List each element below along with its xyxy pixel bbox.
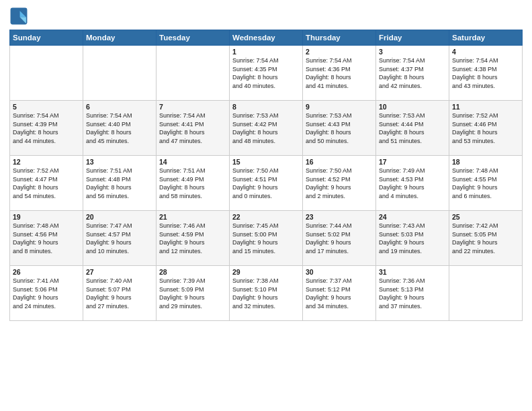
day-number: 4 [452,48,519,56]
calendar-week-row: 12Sunrise: 7:52 AM Sunset: 4:47 PM Dayli… [10,156,523,211]
day-info: Sunrise: 7:47 AM Sunset: 4:57 PM Dayligh… [86,222,153,255]
day-number: 25 [452,213,519,221]
day-number: 27 [86,268,153,276]
calendar-cell: 23Sunrise: 7:44 AM Sunset: 5:02 PM Dayli… [303,211,376,266]
day-info: Sunrise: 7:54 AM Sunset: 4:37 PM Dayligh… [379,56,446,90]
calendar-cell: 18Sunrise: 7:48 AM Sunset: 4:55 PM Dayli… [449,156,523,211]
calendar-cell [10,46,83,101]
calendar-cell: 12Sunrise: 7:52 AM Sunset: 4:47 PM Dayli… [10,156,83,211]
day-info: Sunrise: 7:50 AM Sunset: 4:51 PM Dayligh… [232,167,300,200]
calendar-week-row: 5Sunrise: 7:54 AM Sunset: 4:39 PM Daylig… [10,101,523,156]
calendar-cell: 21Sunrise: 7:46 AM Sunset: 4:59 PM Dayli… [157,211,230,266]
calendar-cell: 29Sunrise: 7:38 AM Sunset: 5:10 PM Dayli… [230,266,303,321]
calendar-week-row: 26Sunrise: 7:41 AM Sunset: 5:06 PM Dayli… [10,266,523,321]
day-info: Sunrise: 7:40 AM Sunset: 5:07 PM Dayligh… [86,277,153,310]
day-number: 14 [159,158,226,166]
day-number: 2 [306,48,373,56]
day-info: Sunrise: 7:54 AM Sunset: 4:40 PM Dayligh… [86,111,153,145]
calendar-cell: 5Sunrise: 7:54 AM Sunset: 4:39 PM Daylig… [10,101,83,156]
day-number: 30 [306,268,373,276]
day-number: 13 [86,158,153,166]
calendar-cell: 10Sunrise: 7:53 AM Sunset: 4:44 PM Dayli… [376,101,449,156]
day-info: Sunrise: 7:51 AM Sunset: 4:49 PM Dayligh… [159,167,226,200]
calendar-cell: 9Sunrise: 7:53 AM Sunset: 4:43 PM Daylig… [303,101,376,156]
calendar-cell: 7Sunrise: 7:54 AM Sunset: 4:41 PM Daylig… [157,101,230,156]
day-number: 5 [13,103,80,111]
day-info: Sunrise: 7:54 AM Sunset: 4:36 PM Dayligh… [306,56,373,90]
day-info: Sunrise: 7:44 AM Sunset: 5:02 PM Dayligh… [306,222,373,255]
calendar-cell [449,266,523,321]
header [9,7,523,26]
day-number: 22 [232,213,300,221]
calendar-cell: 2Sunrise: 7:54 AM Sunset: 4:36 PM Daylig… [303,46,376,101]
calendar-week-row: 19Sunrise: 7:48 AM Sunset: 4:56 PM Dayli… [10,211,523,266]
calendar-cell: 15Sunrise: 7:50 AM Sunset: 4:51 PM Dayli… [230,156,303,211]
calendar-cell: 11Sunrise: 7:52 AM Sunset: 4:46 PM Dayli… [449,101,523,156]
day-info: Sunrise: 7:53 AM Sunset: 4:44 PM Dayligh… [379,111,446,145]
day-number: 20 [86,213,153,221]
day-number: 28 [159,268,226,276]
calendar-cell: 8Sunrise: 7:53 AM Sunset: 4:42 PM Daylig… [230,101,303,156]
day-info: Sunrise: 7:37 AM Sunset: 5:12 PM Dayligh… [306,277,373,310]
calendar-header-row: SundayMondayTuesdayWednesdayThursdayFrid… [10,30,523,46]
day-number: 21 [159,213,226,221]
calendar-cell: 17Sunrise: 7:49 AM Sunset: 4:53 PM Dayli… [376,156,449,211]
calendar-week-row: 1Sunrise: 7:54 AM Sunset: 4:35 PM Daylig… [10,46,523,101]
day-number: 7 [159,103,226,111]
calendar-cell: 25Sunrise: 7:42 AM Sunset: 5:05 PM Dayli… [449,211,523,266]
calendar-day-header: Friday [376,30,449,46]
day-number: 23 [306,213,373,221]
day-info: Sunrise: 7:51 AM Sunset: 4:48 PM Dayligh… [86,167,153,200]
day-info: Sunrise: 7:42 AM Sunset: 5:05 PM Dayligh… [452,222,519,255]
day-info: Sunrise: 7:36 AM Sunset: 5:13 PM Dayligh… [379,277,446,310]
day-info: Sunrise: 7:54 AM Sunset: 4:35 PM Dayligh… [232,56,300,90]
page: SundayMondayTuesdayWednesdayThursdayFrid… [0,0,532,411]
day-info: Sunrise: 7:54 AM Sunset: 4:38 PM Dayligh… [452,56,519,90]
day-number: 26 [13,268,80,276]
day-info: Sunrise: 7:52 AM Sunset: 4:47 PM Dayligh… [13,167,80,200]
day-number: 16 [306,158,373,166]
calendar-cell: 1Sunrise: 7:54 AM Sunset: 4:35 PM Daylig… [230,46,303,101]
day-number: 11 [452,103,519,111]
day-number: 6 [86,103,153,111]
day-number: 8 [232,103,300,111]
calendar-day-header: Saturday [449,30,523,46]
day-number: 24 [379,213,446,221]
calendar-cell: 14Sunrise: 7:51 AM Sunset: 4:49 PM Dayli… [157,156,230,211]
calendar-day-header: Monday [83,30,157,46]
day-info: Sunrise: 7:48 AM Sunset: 4:55 PM Dayligh… [452,167,519,200]
calendar-cell: 31Sunrise: 7:36 AM Sunset: 5:13 PM Dayli… [376,266,449,321]
calendar-day-header: Wednesday [230,30,303,46]
day-info: Sunrise: 7:50 AM Sunset: 4:52 PM Dayligh… [306,167,373,200]
day-info: Sunrise: 7:39 AM Sunset: 5:09 PM Dayligh… [159,277,226,310]
day-info: Sunrise: 7:52 AM Sunset: 4:46 PM Dayligh… [452,111,519,145]
day-info: Sunrise: 7:43 AM Sunset: 5:03 PM Dayligh… [379,222,446,255]
day-number: 17 [379,158,446,166]
calendar-cell: 26Sunrise: 7:41 AM Sunset: 5:06 PM Dayli… [10,266,83,321]
calendar-cell: 28Sunrise: 7:39 AM Sunset: 5:09 PM Dayli… [157,266,230,321]
logo [9,7,31,26]
day-info: Sunrise: 7:38 AM Sunset: 5:10 PM Dayligh… [232,277,300,310]
day-number: 3 [379,48,446,56]
calendar-day-header: Tuesday [157,30,230,46]
calendar-cell: 6Sunrise: 7:54 AM Sunset: 4:40 PM Daylig… [83,101,157,156]
day-number: 18 [452,158,519,166]
day-info: Sunrise: 7:45 AM Sunset: 5:00 PM Dayligh… [232,222,300,255]
day-info: Sunrise: 7:53 AM Sunset: 4:43 PM Dayligh… [306,111,373,145]
day-number: 29 [232,268,300,276]
calendar-cell: 3Sunrise: 7:54 AM Sunset: 4:37 PM Daylig… [376,46,449,101]
day-number: 31 [379,268,446,276]
day-info: Sunrise: 7:41 AM Sunset: 5:06 PM Dayligh… [13,277,80,310]
logo-icon [9,7,28,26]
calendar-cell: 19Sunrise: 7:48 AM Sunset: 4:56 PM Dayli… [10,211,83,266]
day-info: Sunrise: 7:54 AM Sunset: 4:39 PM Dayligh… [13,111,80,145]
calendar-cell: 4Sunrise: 7:54 AM Sunset: 4:38 PM Daylig… [449,46,523,101]
day-number: 12 [13,158,80,166]
day-info: Sunrise: 7:54 AM Sunset: 4:41 PM Dayligh… [159,111,226,145]
calendar-cell: 22Sunrise: 7:45 AM Sunset: 5:00 PM Dayli… [230,211,303,266]
calendar-day-header: Sunday [10,30,83,46]
day-number: 9 [306,103,373,111]
day-number: 1 [232,48,300,56]
day-number: 19 [13,213,80,221]
calendar-cell: 16Sunrise: 7:50 AM Sunset: 4:52 PM Dayli… [303,156,376,211]
